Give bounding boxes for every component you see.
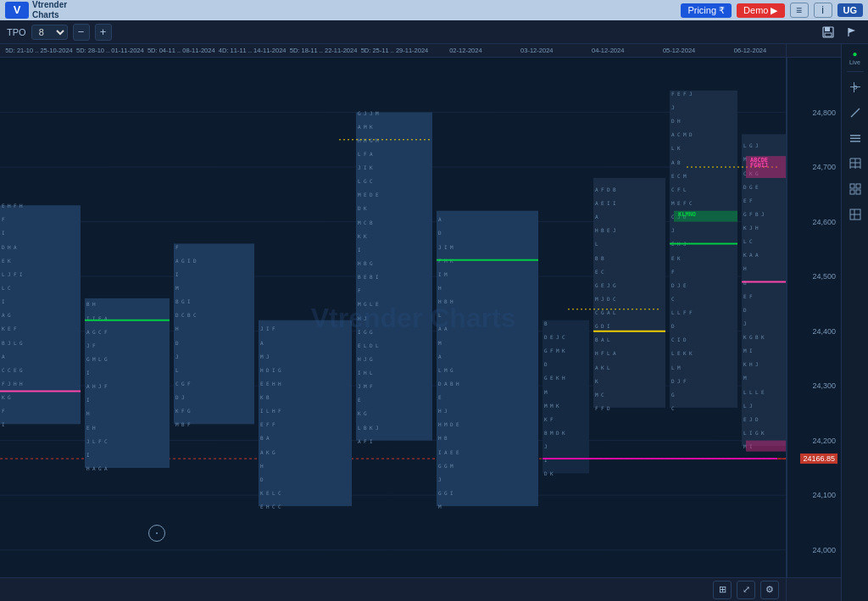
demo-label: Demo ▶ (743, 5, 777, 16)
sidebar-grid-button[interactable] (845, 153, 865, 174)
sidebar-panel-button[interactable] (845, 204, 865, 225)
date-tick-5: 5D: 18-11 .. 22-11-2024 (288, 47, 359, 54)
date-ruler: 5D: 21-10 .. 25-10-2024 5D: 28-10 .. 01-… (0, 44, 786, 58)
price-label: 24,300 (812, 381, 836, 390)
svg-rect-11 (850, 135, 860, 136)
toolbar-right (819, 23, 861, 42)
menu-icon (849, 131, 862, 145)
svg-rect-23 (856, 190, 860, 194)
right-sidebar: ● Live (841, 44, 868, 601)
sidebar-menu-button[interactable] (845, 128, 865, 148)
pricing-label: Pricing ₹ (687, 5, 725, 16)
sidebar-cursor-button[interactable] (845, 77, 865, 97)
line-icon (849, 106, 862, 120)
pricing-button[interactable]: Pricing ₹ (681, 3, 732, 18)
profile-canvas (0, 58, 786, 577)
minimize-button[interactable]: − (73, 24, 90, 41)
nav-right: Pricing ₹ Demo ▶ ≡ i UG (681, 3, 863, 18)
live-indicator: ● Live (849, 49, 860, 66)
svg-rect-20 (850, 184, 854, 188)
menu-icon-button[interactable]: ≡ (790, 3, 809, 18)
demo-button[interactable]: Demo ▶ (737, 3, 784, 18)
date-tick-6: 5D: 25-11 .. 29-11-2024 (359, 47, 431, 54)
tiles-icon (849, 182, 862, 196)
price-label: 24,200 (812, 437, 836, 445)
date-tick-9: 04-12-2024 (572, 47, 643, 54)
date-tick-10: 05-12-2024 (643, 47, 715, 54)
top-navigation: V Vtrender Charts Pricing ₹ Demo ▶ ≡ i U… (0, 0, 868, 20)
tpo-select[interactable]: 8 4 16 (31, 25, 68, 40)
crosshair-icon[interactable] (148, 525, 165, 542)
grid-view-button[interactable]: ⊞ (713, 581, 732, 599)
bottom-toolbar: ⊞ ⤢ ⚙ (0, 577, 786, 601)
price-label: 24,800 (812, 109, 836, 117)
price-highlight-label: 24166.85 (800, 454, 837, 464)
logo-icon: V (5, 2, 29, 19)
date-tick-3: 5D: 04-11 .. 08-11-2024 (146, 47, 217, 54)
info-label: i (821, 4, 824, 16)
svg-rect-12 (850, 138, 860, 140)
svg-rect-3 (825, 27, 830, 31)
live-label: Live (849, 59, 860, 66)
price-label: 24,500 (812, 272, 836, 281)
date-tick-2: 5D: 28-10 .. 01-11-2024 (75, 47, 146, 54)
main-area: 5D: 21-10 .. 25-10-2024 5D: 28-10 .. 01-… (0, 44, 868, 601)
price-label: 24,600 (812, 218, 836, 226)
svg-rect-4 (825, 33, 832, 36)
price-label: 24,400 (812, 327, 836, 336)
panel-icon (849, 208, 862, 221)
date-tick-7: 02-12-2024 (430, 47, 501, 54)
logo-text: Vtrender Charts (32, 0, 67, 20)
chart-toolbar: TPO 8 4 16 − + (0, 20, 868, 44)
price-label: 24,700 (812, 163, 836, 171)
ug-label: UG (843, 5, 858, 15)
maximize-icon: + (100, 25, 107, 38)
svg-rect-13 (850, 141, 860, 142)
tpo-label: TPO (7, 27, 26, 37)
svg-line-10 (851, 109, 860, 117)
price-axis: 24,00024,10024,20024,30024,40024,50024,6… (787, 58, 837, 577)
price-label: 24,000 (812, 546, 836, 554)
minimize-icon: − (78, 25, 85, 38)
settings-button[interactable]: ⚙ (760, 581, 779, 599)
info-button[interactable]: i (814, 3, 832, 18)
save-button[interactable] (819, 23, 837, 42)
chart-canvas[interactable]: Vtrender Charts (0, 58, 786, 577)
sidebar-line-button[interactable] (845, 103, 865, 123)
save-icon (822, 26, 834, 38)
ug-button[interactable]: UG (837, 3, 864, 17)
sidebar-divider-1 (847, 71, 864, 72)
grid-icon (849, 157, 862, 170)
date-tick-4: 4D: 11-11 .. 14-11-2024 (217, 47, 288, 54)
svg-text:V: V (14, 3, 21, 16)
flag-button[interactable] (843, 23, 861, 42)
flag-icon (846, 26, 858, 38)
maximize-button[interactable]: + (95, 24, 112, 41)
chart-area[interactable]: 5D: 21-10 .. 25-10-2024 5D: 28-10 .. 01-… (0, 44, 786, 601)
expand-button[interactable]: ⤢ (737, 581, 755, 599)
svg-marker-6 (849, 28, 855, 33)
date-tick-8: 03-12-2024 (501, 47, 572, 54)
sidebar-tiles-button[interactable] (845, 179, 865, 199)
svg-rect-21 (856, 184, 860, 188)
svg-rect-8 (850, 86, 860, 87)
price-label: 24,100 (812, 491, 836, 499)
date-tick-11: 06-12-2024 (715, 47, 786, 54)
logo-area: V Vtrender Charts (5, 0, 67, 20)
date-tick-1: 5D: 21-10 .. 25-10-2024 (3, 47, 75, 54)
cursor-icon (849, 81, 862, 94)
svg-rect-22 (850, 190, 854, 194)
